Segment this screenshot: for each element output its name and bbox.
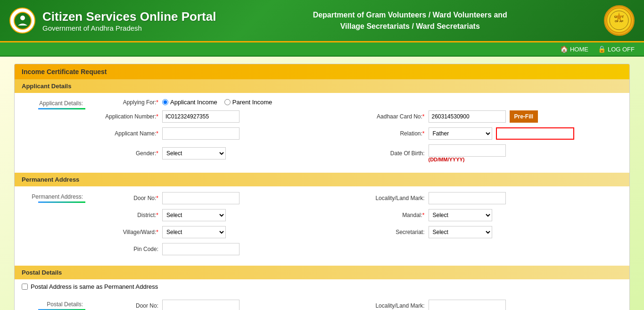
svg-point-1 [20, 16, 25, 20]
perm-locality-input[interactable] [429, 192, 506, 204]
perm-dist-select[interactable]: Select [162, 209, 226, 221]
lock-icon: 🔒 [598, 45, 606, 53]
postal-door-row: Door No: Locality/Land Mark: [97, 300, 622, 310]
permanent-form-body: Permanent Address: Door No:* Locality/La… [15, 186, 629, 266]
page-header: Citizen Services Online Portal Governmen… [0, 0, 644, 42]
perm-mandal-label: Mandal:* [363, 212, 425, 218]
perm-door-group: Door No:* [97, 192, 356, 204]
perm-mandal-group: Mandal:* Select [363, 209, 623, 221]
applicant-form-body: Applicant Details: Applying For:* Applic… [15, 93, 629, 173]
gender-select[interactable]: Select Male Female Transgender [162, 147, 226, 159]
postal-sidebar-label: Postal Details: [47, 301, 85, 308]
postal-form-content: Door No: Locality/Land Mark: State:* [90, 294, 629, 310]
relation-text-input[interactable] [496, 127, 574, 140]
page-wrapper: Income Certificate Request Applicant Det… [0, 57, 644, 310]
svg-point-0 [14, 12, 31, 29]
app-number-label: Application Number:* [97, 113, 158, 120]
perm-village-select[interactable]: Select [162, 226, 226, 238]
permanent-sidebar-underline [38, 201, 85, 203]
perm-secretariat-select[interactable]: Select [429, 226, 492, 238]
name-relation-row: Applicant Name:* Relation:* Father Mothe… [97, 127, 622, 140]
prefill-button[interactable]: Pre-Fill [510, 110, 538, 123]
portal-subtitle: Government of Andhra Pradesh [42, 24, 216, 32]
perm-mandal-select[interactable]: Select [429, 209, 492, 221]
income-cert-section: Income Certificate Request Applicant Det… [14, 64, 630, 310]
applicant-name-input[interactable] [162, 127, 239, 140]
radio-parent-income[interactable]: Parent Income [224, 99, 272, 106]
perm-secretariat-group: Secretariat: Select [363, 226, 623, 238]
relation-select[interactable]: Father Mother Self [429, 127, 492, 140]
app-number-input[interactable] [162, 110, 239, 123]
aadhaar-input[interactable] [429, 110, 506, 123]
dob-label: Date Of Birth: [363, 150, 425, 157]
radio-parent-income-input[interactable] [224, 99, 231, 105]
applying-for-radio-group: Applicant Income Parent Income [162, 99, 272, 106]
permanent-sidebar-label: Permanent Address: [32, 193, 85, 200]
gender-group: Gender:* Select Male Female Transgender [97, 147, 356, 159]
aadhaar-label: Aadhaar Card No:* [363, 113, 425, 120]
postal-form-body: Postal Details: Door No: Locality/Land M… [15, 294, 629, 310]
dept-name: Department of Gram Volunteers / Ward Vol… [313, 9, 507, 32]
perm-door-label: Door No:* [97, 195, 158, 201]
postal-subheader: Postal Details [15, 266, 629, 279]
postal-checkbox-row: Postal Address is same as Permanent Addr… [15, 279, 629, 294]
applicant-sidebar-label: Applicant Details: [39, 100, 85, 107]
portal-title: Citizen Services Online Portal [42, 9, 216, 24]
income-cert-header: Income Certificate Request [15, 64, 629, 79]
postal-sidebar: Postal Details: [15, 294, 90, 310]
postal-door-group: Door No: [97, 300, 356, 310]
applicant-sidebar: Applicant Details: [15, 93, 90, 173]
applying-for-label: Applying For:* [97, 99, 158, 106]
svg-text:OF AP: OF AP [615, 20, 623, 23]
postal-door-input[interactable] [162, 300, 239, 310]
permanent-subheader: Permanent Address [15, 173, 629, 186]
perm-dist-group: District:* Select [97, 209, 356, 221]
home-link[interactable]: 🏠 HOME [560, 45, 588, 53]
portal-logo [9, 8, 35, 34]
perm-pin-row: Pin Code: [97, 243, 622, 255]
app-number-row: Application Number:* Aadhaar Card No:* P… [97, 110, 622, 123]
perm-pin-group: Pin Code: [97, 243, 356, 255]
relation-label: Relation:* [363, 130, 425, 137]
gender-dob-row: Gender:* Select Male Female Transgender … [97, 144, 622, 162]
perm-secretariat-label: Secretariat: [363, 229, 425, 235]
navbar: 🏠 HOME 🔒 LOG OFF [0, 42, 644, 57]
sidebar-underline [38, 108, 85, 109]
govt-emblem: GOVT OF AP [604, 5, 635, 36]
perm-village-row: Village/Ward:* Select Secretariat: Selec… [97, 226, 622, 238]
permanent-form-content: Door No:* Locality/Land Mark: District:* [90, 186, 629, 266]
perm-locality-label: Locality/Land Mark: [363, 195, 425, 201]
dob-group: Date Of Birth: (DD/MM/YYYY) [363, 144, 623, 162]
permanent-sidebar: Permanent Address: [15, 186, 90, 266]
perm-village-label: Village/Ward:* [97, 229, 158, 235]
perm-door-input[interactable] [162, 192, 239, 204]
radio-applicant-income[interactable]: Applicant Income [162, 99, 217, 106]
perm-dist-row: District:* Select Mandal:* Select [97, 209, 622, 221]
applicant-name-label: Applicant Name:* [97, 130, 158, 137]
applicant-form-content: Applying For:* Applicant Income Parent I… [90, 93, 629, 173]
home-icon: 🏠 [560, 45, 568, 53]
perm-village-group: Village/Ward:* Select [97, 226, 356, 238]
gender-label: Gender:* [97, 150, 158, 157]
applying-for-row: Applying For:* Applicant Income Parent I… [97, 99, 622, 106]
perm-door-row: Door No:* Locality/Land Mark: [97, 192, 622, 204]
perm-locality-group: Locality/Land Mark: [363, 192, 623, 204]
postal-same-label: Postal Address is same as Permanent Addr… [31, 283, 158, 290]
postal-locality-input[interactable] [429, 300, 506, 310]
postal-locality-group: Locality/Land Mark: [363, 300, 623, 310]
logoff-link[interactable]: 🔒 LOG OFF [598, 45, 635, 53]
perm-pin-label: Pin Code: [97, 246, 158, 252]
perm-pin-input[interactable] [162, 243, 239, 255]
radio-applicant-income-input[interactable] [162, 99, 168, 105]
aadhaar-group: Aadhaar Card No:* Pre-Fill [363, 110, 623, 123]
applying-for-group: Applying For:* Applicant Income Parent I… [97, 99, 622, 106]
postal-same-checkbox[interactable] [22, 284, 28, 290]
applicant-subheader: Applicant Details [15, 79, 629, 93]
applicant-name-group: Applicant Name:* [97, 127, 356, 140]
perm-dist-label: District:* [97, 212, 158, 218]
app-number-group: Application Number:* [97, 110, 356, 123]
postal-door-label: Door No: [97, 302, 158, 309]
dob-input[interactable] [429, 144, 506, 157]
postal-locality-label: Locality/Land Mark: [363, 302, 425, 309]
dob-hint: (DD/MM/YYYY) [429, 157, 506, 162]
